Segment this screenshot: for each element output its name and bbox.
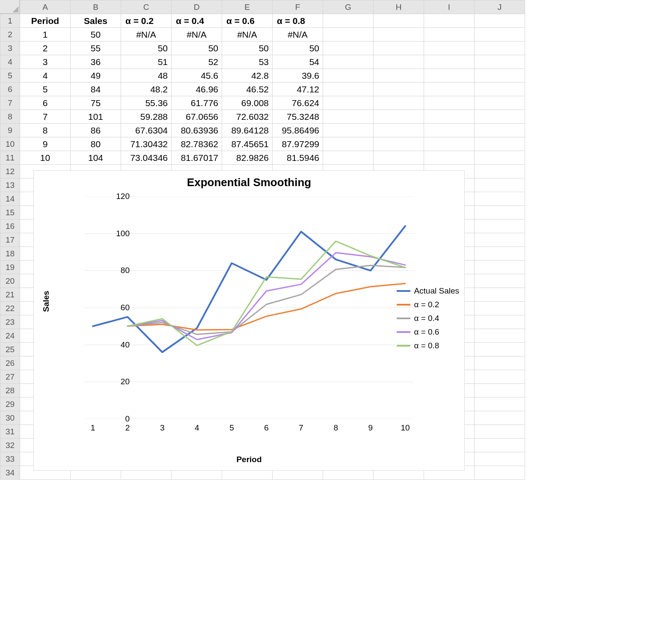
- row-header-4[interactable]: 4: [0, 55, 20, 69]
- cell-I5[interactable]: [424, 69, 475, 83]
- cell-D6[interactable]: 46.96: [172, 83, 222, 96]
- row-header-2[interactable]: 2: [0, 28, 20, 42]
- select-all-corner[interactable]: [0, 0, 20, 14]
- cell-J25[interactable]: [475, 343, 525, 356]
- cell-J14[interactable]: [475, 192, 525, 206]
- row-header-5[interactable]: 5: [0, 69, 20, 83]
- row-header-34[interactable]: 34: [0, 466, 20, 480]
- cell-F8[interactable]: 75.3248: [273, 110, 323, 124]
- cell-J33[interactable]: [475, 452, 525, 466]
- row-header-26[interactable]: 26: [0, 356, 20, 370]
- cell-D9[interactable]: 80.63936: [172, 124, 222, 137]
- column-header-H[interactable]: H: [374, 0, 424, 14]
- cell-J27[interactable]: [475, 370, 525, 384]
- row-header-14[interactable]: 14: [0, 192, 20, 206]
- cell-I7[interactable]: [424, 96, 475, 110]
- row-header-30[interactable]: 30: [0, 411, 20, 425]
- cell-C10[interactable]: 71.30432: [121, 137, 172, 151]
- row-header-31[interactable]: 31: [0, 425, 20, 439]
- cell-F1[interactable]: α = 0.8: [273, 14, 323, 28]
- cell-E6[interactable]: 46.52: [222, 83, 273, 96]
- cell-I2[interactable]: [424, 28, 475, 42]
- cell-A6[interactable]: 5: [20, 83, 71, 96]
- row-header-28[interactable]: 28: [0, 384, 20, 398]
- cell-J12[interactable]: [475, 165, 525, 178]
- cell-A10[interactable]: 9: [20, 137, 71, 151]
- row-header-23[interactable]: 23: [0, 315, 20, 329]
- row-header-33[interactable]: 33: [0, 452, 20, 466]
- row-header-16[interactable]: 16: [0, 220, 20, 233]
- cell-G1[interactable]: [323, 14, 374, 28]
- cell-J11[interactable]: [475, 151, 525, 165]
- cell-C11[interactable]: 73.04346: [121, 151, 172, 165]
- cell-J1[interactable]: [475, 14, 525, 28]
- column-header-B[interactable]: B: [71, 0, 121, 14]
- column-header-J[interactable]: J: [475, 0, 525, 14]
- cell-J6[interactable]: [475, 83, 525, 96]
- cell-C3[interactable]: 50: [121, 42, 172, 55]
- cell-H3[interactable]: [374, 42, 424, 55]
- cell-J15[interactable]: [475, 206, 525, 220]
- cell-H11[interactable]: [374, 151, 424, 165]
- cell-A8[interactable]: 7: [20, 110, 71, 124]
- cell-D3[interactable]: 50: [172, 42, 222, 55]
- row-header-10[interactable]: 10: [0, 137, 20, 151]
- cell-J8[interactable]: [475, 110, 525, 124]
- cell-E3[interactable]: 50: [222, 42, 273, 55]
- cell-J13[interactable]: [475, 178, 525, 192]
- cell-G8[interactable]: [323, 110, 374, 124]
- cell-J24[interactable]: [475, 329, 525, 343]
- row-header-8[interactable]: 8: [0, 110, 20, 124]
- cell-B7[interactable]: 75: [71, 96, 121, 110]
- cell-F6[interactable]: 47.12: [273, 83, 323, 96]
- cell-I3[interactable]: [424, 42, 475, 55]
- cell-J5[interactable]: [475, 69, 525, 83]
- cell-F5[interactable]: 39.6: [273, 69, 323, 83]
- cell-E5[interactable]: 42.8: [222, 69, 273, 83]
- column-header-A[interactable]: A: [20, 0, 71, 14]
- row-header-7[interactable]: 7: [0, 96, 20, 110]
- cell-I1[interactable]: [424, 14, 475, 28]
- cell-B8[interactable]: 101: [71, 110, 121, 124]
- cell-H10[interactable]: [374, 137, 424, 151]
- cell-G11[interactable]: [323, 151, 374, 165]
- cell-C6[interactable]: 48.2: [121, 83, 172, 96]
- cell-G5[interactable]: [323, 69, 374, 83]
- cell-C8[interactable]: 59.288: [121, 110, 172, 124]
- cell-F4[interactable]: 54: [273, 55, 323, 69]
- cell-J19[interactable]: [475, 261, 525, 274]
- cell-I6[interactable]: [424, 83, 475, 96]
- cell-A9[interactable]: 8: [20, 124, 71, 137]
- cell-J20[interactable]: [475, 274, 525, 288]
- cell-J16[interactable]: [475, 220, 525, 233]
- cell-B2[interactable]: 50: [71, 28, 121, 42]
- row-header-21[interactable]: 21: [0, 288, 20, 302]
- cell-E8[interactable]: 72.6032: [222, 110, 273, 124]
- row-header-18[interactable]: 18: [0, 247, 20, 261]
- cell-J10[interactable]: [475, 137, 525, 151]
- cell-F10[interactable]: 87.97299: [273, 137, 323, 151]
- cell-E10[interactable]: 87.45651: [222, 137, 273, 151]
- cell-G6[interactable]: [323, 83, 374, 96]
- row-header-3[interactable]: 3: [0, 42, 20, 55]
- column-header-E[interactable]: E: [222, 0, 273, 14]
- cell-D2[interactable]: #N/A: [172, 28, 222, 42]
- cell-J9[interactable]: [475, 124, 525, 137]
- cell-C4[interactable]: 51: [121, 55, 172, 69]
- cell-J23[interactable]: [475, 315, 525, 329]
- cell-D11[interactable]: 81.67017: [172, 151, 222, 165]
- cell-J18[interactable]: [475, 247, 525, 261]
- row-header-17[interactable]: 17: [0, 233, 20, 247]
- row-header-6[interactable]: 6: [0, 83, 20, 96]
- cell-H4[interactable]: [374, 55, 424, 69]
- column-header-G[interactable]: G: [323, 0, 374, 14]
- cell-I8[interactable]: [424, 110, 475, 124]
- cell-A7[interactable]: 6: [20, 96, 71, 110]
- cell-J29[interactable]: [475, 398, 525, 411]
- row-header-19[interactable]: 19: [0, 261, 20, 274]
- cell-B10[interactable]: 80: [71, 137, 121, 151]
- chart-container[interactable]: Exponential Smoothing Sales Period 02040…: [33, 170, 465, 471]
- cell-J31[interactable]: [475, 425, 525, 439]
- cell-C2[interactable]: #N/A: [121, 28, 172, 42]
- cell-B9[interactable]: 86: [71, 124, 121, 137]
